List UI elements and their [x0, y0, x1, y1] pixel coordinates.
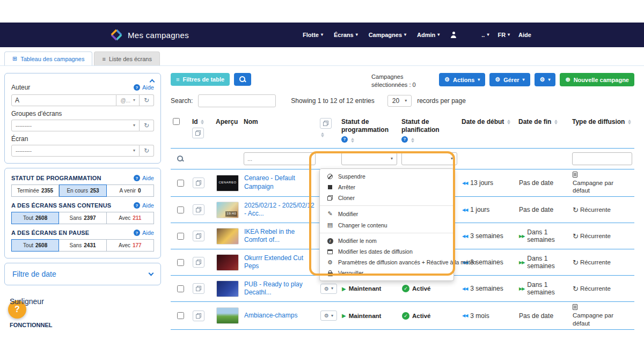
programming-status-group: Terminée2355 En cours253 A venir0 — [11, 184, 154, 197]
filter-avec-contenus-button[interactable]: Avec211 — [107, 212, 154, 224]
paused-screens-help[interactable]: ?Aide — [134, 230, 154, 236]
menu-item-rename[interactable]: iModifier le nom — [320, 235, 453, 246]
row-actions-button[interactable]: ⚙▾ — [320, 284, 337, 294]
nav-user-button[interactable] — [450, 32, 457, 38]
row-checkbox[interactable] — [177, 285, 184, 292]
copy-id-button[interactable] — [193, 283, 204, 294]
tab-underline — [0, 65, 644, 66]
filter-avec-pause-button[interactable]: Avec177 — [107, 239, 154, 252]
refresh-icon: ↻ — [144, 122, 149, 129]
name-filter-input[interactable] — [244, 152, 316, 165]
actions-dropdown-button[interactable]: ⚙ Actions ▾ — [439, 73, 485, 86]
copy-id-button[interactable] — [193, 311, 204, 321]
row-checkbox[interactable] — [177, 259, 184, 266]
campaign-thumbnail[interactable] — [216, 307, 239, 324]
tab-campaigns-table[interactable]: ⊞ Tableau des campagnes — [4, 51, 92, 65]
copy-names-button[interactable] — [320, 118, 332, 129]
nav-account[interactable]: ..▾ — [481, 32, 489, 38]
no-content-help[interactable]: ?Aide — [134, 202, 154, 209]
select-all-checkbox[interactable] — [173, 118, 180, 125]
menu-item-edit[interactable]: ✎Modifier — [320, 208, 453, 219]
campaign-name-link[interactable]: IKEA Rebel in the Comfort of... — [244, 228, 315, 245]
copy-icon — [196, 313, 201, 319]
search-toggle-button[interactable] — [234, 73, 251, 86]
end-date-column-header[interactable]: Date de fin — [518, 118, 551, 126]
screen-refresh-button[interactable]: ↻ — [140, 145, 154, 157]
campaign-thumbnail[interactable] — [216, 228, 239, 245]
filter-tout-contenus-button[interactable]: Tout2608 — [11, 212, 59, 224]
copy-id-button[interactable] — [193, 178, 204, 188]
copy-id-button[interactable] — [193, 231, 204, 241]
search-input[interactable] — [198, 94, 276, 107]
row-actions-button[interactable]: ⚙▾ — [320, 311, 337, 321]
table-filters-button[interactable]: ≡ Filtres de table — [171, 73, 230, 86]
row-checkbox[interactable] — [177, 312, 184, 319]
campaign-name-link[interactable]: PUB - Ready to play Decathl... — [244, 280, 315, 297]
row-checkbox[interactable] — [177, 206, 184, 213]
author-suffix-select[interactable]: @...▾ — [116, 94, 140, 106]
author-input[interactable] — [11, 94, 116, 106]
diffusion-type-column-header[interactable]: Type de diffusion — [572, 118, 625, 126]
menu-item-change-content[interactable]: ▤Changer le contenu — [320, 219, 453, 231]
menu-item-suspend[interactable]: Suspendre — [320, 171, 453, 182]
new-campaign-button[interactable]: ⊕ Nouvelle campagne — [560, 73, 634, 86]
campaign-name-link[interactable]: Okurrr Extended Cut Peps — [244, 254, 315, 271]
nom-column-header[interactable]: Nom — [244, 118, 258, 126]
filter-terminee-button[interactable]: Terminée2355 — [11, 184, 59, 197]
diffusion-type-filter-input[interactable] — [572, 152, 632, 165]
search-icon — [239, 76, 246, 83]
page-size-select[interactable]: 20▾ — [387, 95, 412, 107]
campaign-thumbnail[interactable] — [216, 254, 239, 271]
id-column-header[interactable]: Id — [192, 118, 198, 126]
campaign-name-link[interactable]: Cenareo - Default Campaign — [244, 174, 315, 191]
campaign-name-link[interactable]: 2025/02/12 - 2025/02/12 - Acc... — [244, 202, 315, 218]
author-help-link[interactable]: ?Aide — [134, 84, 154, 91]
menu-item-advanced-settings[interactable]: ⚙Paramètres de diffusion avancés + Réact… — [320, 257, 453, 268]
date-filter-card[interactable]: Filtre de date — [4, 263, 161, 285]
copy-id-button[interactable] — [193, 204, 204, 215]
nav-ecrans[interactable]: Écrans▾ — [334, 32, 358, 38]
campaign-thumbnail[interactable]: 19:40 — [216, 202, 239, 218]
filter-tout-pause-button[interactable]: Tout2608 — [11, 239, 59, 252]
planning-status-column-header[interactable]: Statut de planification — [401, 118, 457, 134]
planning-status-filter-select[interactable]: ▾ — [401, 152, 457, 165]
document-icon — [573, 304, 577, 310]
start-date-column-header[interactable]: Date de début — [462, 118, 504, 126]
programming-status-help[interactable]: ?Aide — [134, 175, 154, 181]
tab-screens-list[interactable]: ≡ Liste des écrans — [94, 51, 160, 65]
manage-dropdown-button[interactable]: ⚙ Gérer ▾ — [489, 73, 530, 86]
programming-status-filter-select[interactable]: ▾ — [341, 152, 397, 165]
screen-groups-refresh-button[interactable]: ↻ — [140, 120, 154, 131]
copy-id-button[interactable] — [193, 257, 204, 268]
author-refresh-button[interactable]: ↻ — [140, 94, 154, 106]
screen-groups-select[interactable]: ---------▾ — [11, 120, 140, 131]
document-icon — [573, 172, 577, 178]
menu-item-edit-dates[interactable]: Modifier les dates de diffusion — [320, 246, 453, 257]
copy-ids-button[interactable] — [192, 128, 204, 138]
copy-icon — [196, 233, 201, 239]
menu-item-clone[interactable]: Cloner — [320, 193, 453, 203]
row-checkbox[interactable] — [177, 233, 184, 240]
campaign-thumbnail[interactable]: CENAREO — [216, 175, 239, 191]
question-icon[interactable]: ? — [341, 136, 348, 143]
programming-status-column-header[interactable]: Statut de programmation — [341, 118, 397, 134]
row-checkbox[interactable] — [177, 180, 184, 187]
menu-item-lock[interactable]: Verrouiller — [320, 268, 453, 278]
settings-dropdown-button[interactable]: ⚙ ▾ — [535, 73, 556, 86]
nav-aide[interactable]: Aide — [518, 32, 531, 38]
screen-select[interactable]: ---------▾ — [11, 145, 140, 157]
nav-language[interactable]: FR▾ — [497, 32, 510, 38]
campaign-name-link[interactable]: Ambiance-champs — [244, 312, 297, 320]
nav-campagnes[interactable]: Campagnes▾ — [369, 32, 406, 38]
filter-a-venir-button[interactable]: A venir0 — [107, 184, 154, 197]
chevron-down-icon: ▾ — [133, 123, 135, 128]
filter-en-cours-button[interactable]: En cours253 — [59, 184, 107, 197]
filter-sans-pause-button[interactable]: Sans2431 — [59, 239, 106, 252]
menu-item-stop[interactable]: Arrêter — [320, 182, 453, 193]
nav-admin[interactable]: Admin▾ — [417, 32, 440, 38]
question-icon[interactable]: ? — [401, 136, 408, 143]
menu-divider — [320, 233, 453, 233]
campaign-thumbnail[interactable] — [216, 280, 239, 297]
nav-flotte[interactable]: Flotte▾ — [303, 32, 323, 38]
filter-sans-contenus-button[interactable]: Sans2397 — [59, 212, 106, 224]
